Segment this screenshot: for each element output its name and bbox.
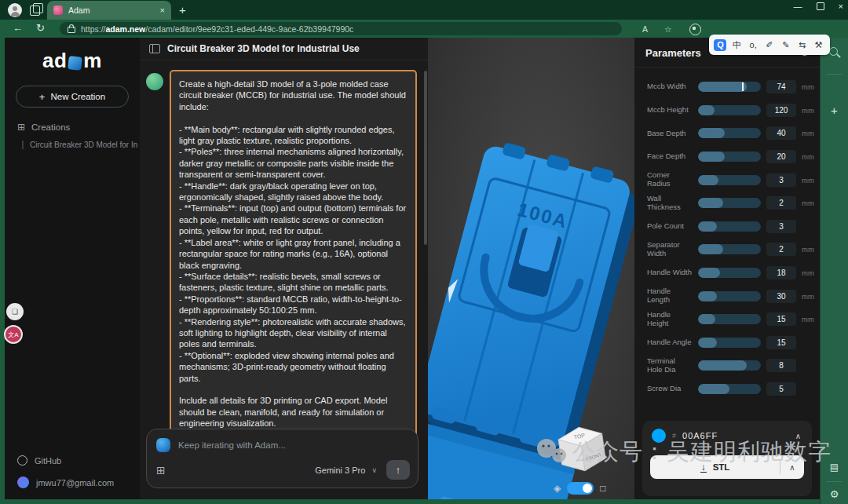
param-value-input[interactable]: 2 xyxy=(766,243,796,256)
stl-label: STL xyxy=(713,462,730,472)
export-options-chevron[interactable]: ∧ xyxy=(780,463,804,472)
browser-tab-adam[interactable]: Adam × xyxy=(47,1,171,20)
read-aloud-icon[interactable]: A xyxy=(642,24,648,34)
send-button[interactable]: ↑ xyxy=(386,460,410,480)
browser-window: Adam × + — × ← ↻ https://adam.new/cadam/… xyxy=(0,0,848,504)
extension-person-icon[interactable]: ⇆ xyxy=(796,40,809,50)
extension-wrench-icon[interactable]: ⚒ xyxy=(812,40,824,50)
param-row-pole-count: Pole Count3 xyxy=(647,215,820,239)
color-swatch[interactable] xyxy=(652,429,666,443)
new-creation-button[interactable]: + New Creation xyxy=(16,86,129,108)
translate-extension-button[interactable]: 文A xyxy=(4,325,23,344)
param-value-input[interactable]: 120 xyxy=(766,104,796,117)
chat-scrollbar[interactable] xyxy=(424,71,427,245)
param-value-input[interactable]: 8 xyxy=(766,359,796,372)
model-selector[interactable]: Gemini 3 Pro ∨ xyxy=(315,466,377,475)
param-unit: mm xyxy=(802,268,817,277)
param-slider[interactable] xyxy=(698,291,761,301)
panel-layout-icon[interactable] xyxy=(149,44,160,53)
param-value-input[interactable]: 15 xyxy=(766,336,796,349)
extension-quotes-icon[interactable]: o, xyxy=(747,40,759,49)
settings-gear-icon[interactable]: ⚙ xyxy=(821,488,848,500)
address-bar[interactable]: https://adam.new/cadam/editor/9ee92c31-e… xyxy=(60,22,622,35)
param-slider[interactable] xyxy=(698,128,761,138)
param-label: Screw Dia xyxy=(647,385,693,393)
sidebar-item-creations[interactable]: ⊞ Creations xyxy=(17,122,140,133)
favorite-star-icon[interactable]: ☆ xyxy=(664,24,671,34)
param-slider[interactable] xyxy=(698,360,761,371)
param-slider[interactable] xyxy=(698,384,761,394)
extension-translate-cn-icon[interactable]: 中 xyxy=(730,39,743,51)
param-label: Handle Width xyxy=(647,268,693,277)
param-value-input[interactable]: 74 xyxy=(766,80,796,93)
plus-icon: + xyxy=(39,91,46,103)
param-value-input[interactable]: 5 xyxy=(766,382,796,396)
browser-profile-avatar[interactable] xyxy=(8,3,22,17)
param-slider[interactable] xyxy=(698,244,761,254)
collector-extension-button[interactable]: ❏ xyxy=(6,303,24,320)
prompt-text-box[interactable]: Create a high-detail 3D model of a 3-pol… xyxy=(170,70,417,438)
tab-close-icon[interactable]: × xyxy=(160,5,165,15)
lock-icon xyxy=(68,27,75,33)
hex-value[interactable]: 00A6FF xyxy=(682,431,718,440)
param-value-input[interactable]: 2 xyxy=(766,196,796,210)
browser-essentials-icon[interactable] xyxy=(689,24,701,35)
search-icon[interactable] xyxy=(829,47,838,56)
param-row-screw-dia: Screw Dia5 xyxy=(647,378,820,401)
github-label: GitHub xyxy=(35,456,61,466)
param-value-input[interactable]: 15 xyxy=(766,312,796,326)
chat-composer[interactable]: Keep iterating with Adam... ⊞ Gemini 3 P… xyxy=(146,429,419,488)
param-value-input[interactable]: 3 xyxy=(766,173,796,187)
chat-panel: Circuit Breaker 3D Model for Industrial … xyxy=(140,38,428,499)
param-value-input[interactable]: 3 xyxy=(766,220,796,233)
param-unit: mm xyxy=(802,106,817,115)
sidebar-item-creation[interactable]: Circuit Breaker 3D Model for In xyxy=(22,141,140,149)
param-slider[interactable] xyxy=(698,175,761,185)
close-window-button[interactable]: × xyxy=(839,2,843,11)
refresh-button[interactable]: ↻ xyxy=(36,22,45,34)
extension-pen-icon[interactable]: ✐ xyxy=(763,40,776,50)
app-sidebar: ad m + New Creation ⊞ Creations Circuit … xyxy=(5,38,140,499)
param-slider[interactable] xyxy=(698,198,761,208)
back-button[interactable]: ← xyxy=(13,22,23,34)
chat-input[interactable]: Keep iterating with Adam... xyxy=(178,440,286,450)
chevron-up-icon[interactable]: ∧ xyxy=(795,432,801,440)
add-image-icon[interactable]: ⊞ xyxy=(156,464,166,477)
param-label: Terminal Hole Dia xyxy=(647,357,693,374)
color-picker-row[interactable]: # 00A6FF ∧ xyxy=(642,421,812,449)
add-sidebar-item-icon[interactable]: + xyxy=(821,104,848,117)
param-slider[interactable] xyxy=(698,221,761,232)
param-row-mccb-height: Mccb Height120mm xyxy=(647,99,820,122)
new-creation-label: New Creation xyxy=(50,92,105,101)
param-unit: mm xyxy=(802,245,817,254)
view-cube[interactable]: TOP FRONT xyxy=(552,422,612,474)
workspaces-icon[interactable] xyxy=(30,5,40,16)
adam-logo-cube-icon xyxy=(68,56,83,71)
param-label: Wall Thickness xyxy=(647,195,693,212)
new-tab-button[interactable]: + xyxy=(179,3,186,16)
render-mode-toggle[interactable] xyxy=(567,482,594,495)
param-slider[interactable] xyxy=(698,268,761,278)
model-viewport[interactable]: 100A xyxy=(428,38,634,499)
param-value-input[interactable]: 20 xyxy=(766,150,796,163)
minimize-button[interactable]: — xyxy=(794,2,802,11)
maximize-button[interactable] xyxy=(817,2,824,10)
extension-editor-icon[interactable]: ✎ xyxy=(780,40,792,50)
param-slider[interactable] xyxy=(698,152,761,162)
param-value-input[interactable]: 40 xyxy=(766,126,796,140)
github-link[interactable]: GitHub xyxy=(17,455,114,466)
extension-q-search-icon[interactable]: Q xyxy=(714,39,726,51)
export-stl-button[interactable]: ↓ STL ∧ xyxy=(650,455,804,479)
param-slider[interactable] xyxy=(698,82,761,92)
param-slider[interactable] xyxy=(698,105,761,115)
solid-view-icon[interactable]: ◈ xyxy=(554,483,561,494)
param-value-input[interactable]: 18 xyxy=(766,266,796,279)
account-row[interactable]: jmwu77@gmail.com xyxy=(17,477,114,488)
param-slider[interactable] xyxy=(698,314,761,324)
param-slider[interactable] xyxy=(698,338,761,348)
param-value-input[interactable]: 30 xyxy=(766,290,796,303)
wireframe-view-icon[interactable]: □ xyxy=(600,483,605,494)
browser-titlebar: Adam × + — × xyxy=(0,0,848,20)
model-name: Gemini 3 Pro xyxy=(315,466,365,475)
screenshot-icon[interactable]: ▤ xyxy=(821,462,848,473)
